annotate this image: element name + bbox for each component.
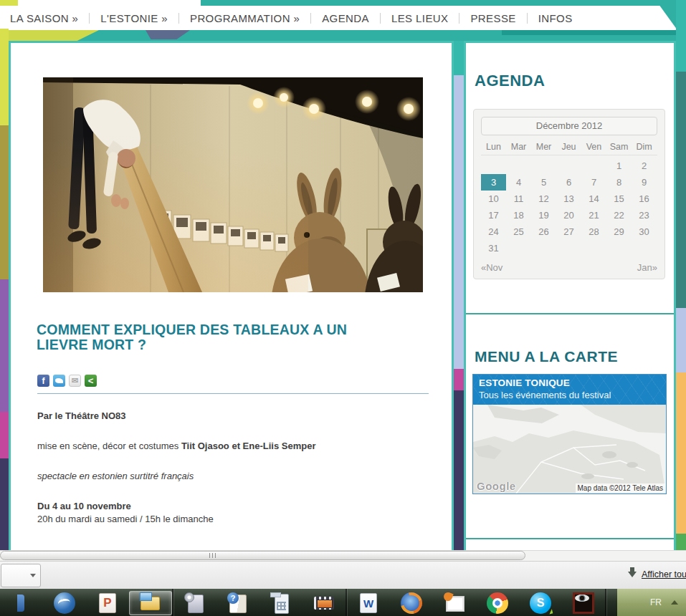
nav-item-4[interactable]: LES LIEUX — [391, 12, 448, 24]
calendar-day-27[interactable]: 27 — [556, 223, 581, 240]
taskbar-button-app-partial[interactable] — [0, 591, 43, 615]
calendar-empty-cell — [581, 158, 606, 174]
taskbar-button-word[interactable]: W — [347, 591, 390, 615]
calendar-day-21[interactable]: 21 — [581, 207, 606, 223]
calendar-month-header[interactable]: Décembre 2012 — [481, 117, 657, 135]
calendar-empty-cell — [506, 240, 531, 256]
calendar-day-6[interactable]: 6 — [556, 174, 581, 191]
powerpoint-icon: P — [99, 593, 116, 613]
nav-item-0[interactable]: LA SAISON » — [10, 12, 78, 24]
taskbar-button-picasa[interactable] — [433, 591, 476, 615]
facebook-icon[interactable]: f — [37, 375, 49, 387]
scrollbar-thumb[interactable] — [0, 551, 525, 560]
calendar-day-5[interactable]: 5 — [531, 174, 556, 191]
map-card-subtitle: Tous les événements du festival — [479, 390, 660, 400]
taskbar-button-firefox[interactable] — [390, 591, 433, 615]
twitter-icon[interactable] — [53, 375, 65, 387]
downloads-link-label[interactable]: Afficher tou — [642, 569, 686, 579]
taskbar-button-calculator[interactable] — [259, 591, 302, 615]
nav-separator — [178, 13, 179, 24]
windows-taskbar: P?WS FR — [0, 589, 686, 616]
section-divider — [466, 538, 674, 539]
calendar-day-20[interactable]: 20 — [556, 207, 581, 223]
calendar-grid: 1234567891011121314151617181920212223242… — [481, 158, 657, 256]
nav-item-1[interactable]: L'ESTONIE » — [100, 12, 168, 24]
nav-separator — [380, 13, 381, 24]
taskbar-button-skype[interactable]: S — [519, 591, 562, 615]
calendar-day-30[interactable]: 30 — [632, 223, 657, 240]
article-credit: Par le Théâtre NO83 — [37, 410, 429, 423]
calendar-day-25[interactable]: 25 — [506, 223, 531, 240]
calendar-day-18[interactable]: 18 — [506, 207, 531, 223]
taskbar-button-chrome[interactable] — [476, 591, 519, 615]
share-more-icon[interactable]: < — [85, 375, 97, 387]
calendar-prev-month-link[interactable]: «Nov — [481, 262, 502, 273]
calendar-day-2[interactable]: 2 — [632, 158, 657, 174]
taskbar-button-installer[interactable] — [173, 591, 216, 615]
nav-separator — [89, 13, 90, 24]
calendar-day-29[interactable]: 29 — [606, 223, 632, 240]
calendar-day-11[interactable]: 11 — [506, 191, 531, 207]
calendar-day-8[interactable]: 8 — [606, 174, 632, 191]
calendar-day-9[interactable]: 9 — [632, 174, 657, 191]
taskbar-button-explorer-folder[interactable] — [129, 591, 172, 615]
calendar-day-17[interactable]: 17 — [481, 207, 506, 223]
calendar-day-4[interactable]: 4 — [506, 174, 531, 191]
calendar-day-3[interactable]: 3 — [481, 174, 506, 191]
calendar-day-16[interactable]: 16 — [632, 191, 657, 207]
calendar-day-1[interactable]: 1 — [606, 158, 632, 174]
taskbar-button-help-book[interactable]: ? — [216, 591, 259, 615]
nav-item-6[interactable]: INFOS — [538, 12, 573, 24]
calendar-dayname: Dim — [632, 142, 657, 152]
calendar-day-14[interactable]: 14 — [581, 191, 606, 207]
nav-item-3[interactable]: AGENDA — [322, 12, 369, 24]
calendar-day-7[interactable]: 7 — [581, 174, 606, 191]
calendar-day-13[interactable]: 13 — [556, 191, 581, 207]
nav-item-5[interactable]: PRESSE — [470, 12, 515, 24]
article-body: Par le Théâtre NO83 mise en scène, décor… — [37, 410, 429, 526]
calendar-dayname: Ven — [581, 142, 606, 152]
calendar-empty-cell — [556, 158, 581, 174]
calendar-day-15[interactable]: 15 — [606, 191, 632, 207]
top-nav-items: LA SAISON »L'ESTONIE »PROGRAMMATION »AGE… — [10, 12, 573, 24]
calendar-day-28[interactable]: 28 — [581, 223, 606, 240]
addon-dropdown-button[interactable] — [1, 564, 41, 587]
calculator-icon — [270, 592, 292, 614]
scrollbar-grip-icon — [209, 553, 216, 558]
map-card-title: ESTONIE TONIQUE — [479, 377, 660, 388]
email-icon[interactable]: ✉ — [69, 375, 81, 387]
installer-icon — [184, 592, 206, 614]
calendar-day-22[interactable]: 22 — [606, 207, 632, 223]
eye-viewer-icon — [573, 592, 594, 614]
calendar-day-10[interactable]: 10 — [481, 191, 506, 207]
taskbar-button-eye-viewer[interactable] — [562, 591, 605, 615]
article-direction: mise en scène, décor et costumes Tiit Oj… — [37, 440, 429, 453]
map-card[interactable]: ESTONIE TONIQUE Tous les événements du f… — [472, 374, 667, 494]
taskbar-button-powerpoint[interactable]: P — [86, 591, 129, 615]
calendar-dayname: Lun — [481, 142, 506, 152]
calendar-dayname: Sam — [606, 142, 632, 152]
stage-photo — [43, 77, 423, 292]
direction-names: Tiit Ojasoo et Ene-Liis Semper — [181, 441, 316, 451]
show-hidden-icons-arrow-icon[interactable] — [671, 600, 678, 605]
calendar-day-31[interactable]: 31 — [481, 240, 506, 256]
calendar-day-19[interactable]: 19 — [531, 207, 556, 223]
nav-item-2[interactable]: PROGRAMMATION » — [190, 12, 300, 24]
language-indicator[interactable]: FR — [650, 597, 662, 607]
map-card-header[interactable]: ESTONIE TONIQUE Tous les événements du f… — [473, 375, 666, 405]
taskbar-button-movie-maker[interactable] — [302, 591, 346, 615]
map-attribution: Map data ©2012 Tele Atlas — [576, 483, 666, 493]
section-divider — [466, 313, 674, 314]
calendar-day-24[interactable]: 24 — [481, 223, 506, 240]
top-nav: LA SAISON »L'ESTONIE »PROGRAMMATION »AGE… — [0, 6, 677, 30]
word-icon: W — [360, 593, 377, 613]
calendar-day-23[interactable]: 23 — [632, 207, 657, 223]
calendar-next-month-link[interactable]: Jan» — [637, 262, 657, 273]
taskbar-button-openoffice[interactable] — [43, 591, 86, 615]
calendar-day-12[interactable]: 12 — [531, 191, 556, 207]
article-title: COMMENT EXPLIQUER DES TABLEAUX A UN LIEV… — [37, 322, 399, 352]
map-image[interactable]: Google Map data ©2012 Tele Atlas — [473, 405, 666, 494]
calendar-day-26[interactable]: 26 — [531, 223, 556, 240]
nav-decoration-yellow — [0, 30, 99, 41]
downloads-link[interactable]: Afficher tou — [628, 569, 686, 579]
